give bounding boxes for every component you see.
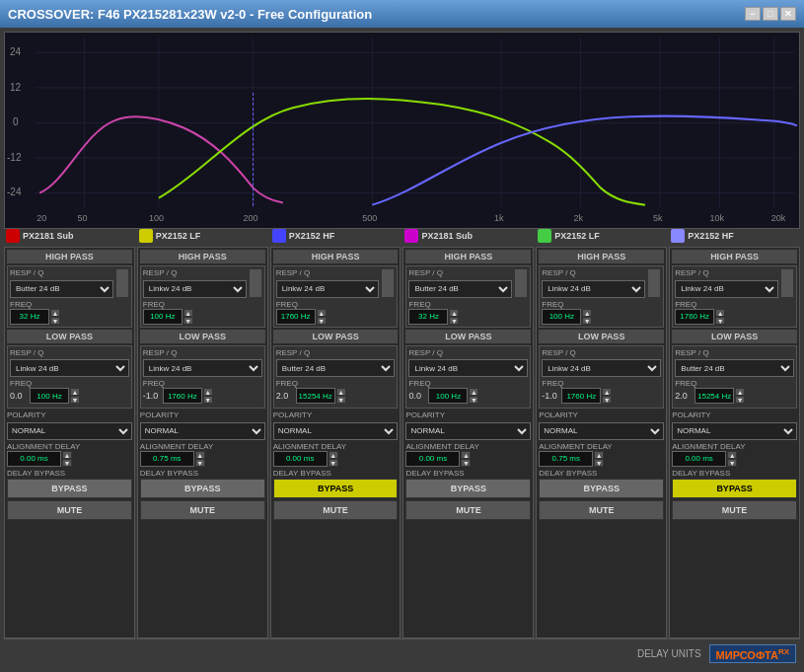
ch3-hp-freq-input[interactable] <box>276 309 316 325</box>
ch3-bypass-button[interactable]: BYPASS <box>273 479 399 498</box>
ch5-hp-freq-input[interactable] <box>542 309 581 325</box>
ch1-mute-button[interactable]: MUTE <box>7 500 132 520</box>
close-button[interactable]: ✕ <box>780 7 796 21</box>
ch4-mute-button[interactable]: MUTE <box>405 500 531 520</box>
ch1-polarity-select[interactable]: NORMAL <box>7 422 132 440</box>
ch3-lp-freq-up[interactable]: ▲ <box>336 388 346 396</box>
ch2-hp-slider[interactable] <box>249 268 262 298</box>
ch5-polarity-select[interactable]: NORMAL <box>539 422 664 440</box>
minimize-button[interactable]: − <box>745 7 761 21</box>
ch1-delay-row: ALIGNMENT DELAY ▲ ▼ <box>7 442 132 467</box>
ch5-hp-freq-down[interactable]: ▼ <box>582 317 592 325</box>
ch2-lp-freq-up[interactable]: ▲ <box>203 388 213 396</box>
ch5-lp-freq-down[interactable]: ▼ <box>602 396 612 404</box>
ch3-hp-freq-up[interactable]: ▲ <box>317 309 327 317</box>
ch4-hp-resp-select[interactable]: Butter 24 dB <box>408 280 512 298</box>
ch2-delay-down[interactable]: ▼ <box>195 459 205 467</box>
ch4-lp-section: RESP / Q Linkw 24 dB FREQ 0.0 ▲ <box>405 345 531 410</box>
ch3-hp-slider[interactable] <box>381 268 395 298</box>
ch3-delay-input[interactable] <box>273 451 328 467</box>
ch6-hp-freq-input[interactable] <box>675 309 714 325</box>
ch2-bypass-button[interactable]: BYPASS <box>140 479 265 498</box>
svg-text:12: 12 <box>10 82 22 93</box>
ch1-hp-slider[interactable] <box>115 268 129 298</box>
ch6-polarity-select[interactable]: NORMAL <box>672 422 797 440</box>
ch3-mute-button[interactable]: MUTE <box>273 500 399 520</box>
maximize-button[interactable]: □ <box>763 7 778 21</box>
ch6-hp-slider[interactable] <box>780 268 794 298</box>
ch2-delay-input[interactable] <box>140 451 194 467</box>
ch1-hp-freq-up[interactable]: ▲ <box>50 309 60 317</box>
ch1-hp-freq-input[interactable] <box>10 309 49 325</box>
ch4-hp-freq-input[interactable] <box>408 309 448 325</box>
ch6-hp-freq-up[interactable]: ▲ <box>715 309 725 317</box>
ch6-lp-resp-select[interactable]: Butter 24 dB <box>675 359 794 377</box>
ch5-delay-input[interactable] <box>539 451 593 467</box>
ch4-lp-freq-up[interactable]: ▲ <box>469 388 478 396</box>
ch6-hp-section: RESP / Q Linkw 24 dB FREQ ▲ <box>672 265 797 328</box>
ch1-lp-freq-input[interactable] <box>30 388 69 404</box>
ch1-delay-down[interactable]: ▼ <box>62 459 72 467</box>
ch4-delay-input[interactable] <box>405 451 460 467</box>
ch5-lp-freq-up[interactable]: ▲ <box>602 388 612 396</box>
ch2-hp-freq-down[interactable]: ▼ <box>183 317 193 325</box>
ch1-hp-resp-select[interactable]: Butter 24 dB <box>10 280 113 298</box>
ch2-delay-up[interactable]: ▲ <box>195 451 205 459</box>
ch6-lp-freq-up[interactable]: ▲ <box>735 388 745 396</box>
ch6-delay-down[interactable]: ▼ <box>727 459 737 467</box>
ch6-lp-freq-input[interactable] <box>694 388 734 404</box>
ch1-delay-input[interactable] <box>7 451 61 467</box>
ch5-delay-up[interactable]: ▲ <box>594 451 604 459</box>
ch5-lp-resp-select[interactable]: Linkw 24 dB <box>542 359 661 377</box>
ch6-gain-val: 2.0 <box>675 391 693 401</box>
ch2-lp-resp-select[interactable]: Linkw 24 dB <box>143 359 262 377</box>
ch2-hp-freq-up[interactable]: ▲ <box>183 309 193 317</box>
ch5-lp-freq-input[interactable] <box>561 388 601 404</box>
ch2-hp-freq-input[interactable] <box>143 309 183 325</box>
ch3-polarity-select[interactable]: NORMAL <box>273 422 399 440</box>
ch4-delay-down[interactable]: ▼ <box>461 459 471 467</box>
ch1-lp-freq-down[interactable]: ▼ <box>70 396 80 404</box>
ch5-mute-button[interactable]: MUTE <box>539 500 664 520</box>
ch6-lp-freq-down[interactable]: ▼ <box>735 396 745 404</box>
ch5-delay-down[interactable]: ▼ <box>594 459 604 467</box>
ch5-name: PX2152 LF <box>554 231 600 241</box>
ch3-lp-freq-input[interactable] <box>296 388 335 404</box>
ch6-bypass-button[interactable]: BYPASS <box>672 479 797 498</box>
ch4-lp-freq-down[interactable]: ▼ <box>469 396 478 404</box>
ch3-hp-resp-select[interactable]: Linkw 24 dB <box>276 280 380 298</box>
ch1-lp-freq-up[interactable]: ▲ <box>70 388 80 396</box>
ch2-polarity-select[interactable]: NORMAL <box>140 422 265 440</box>
ch4-bypass-button[interactable]: BYPASS <box>405 479 531 498</box>
ch2-mute-button[interactable]: MUTE <box>140 500 265 520</box>
ch4-delay-up[interactable]: ▲ <box>461 451 471 459</box>
ch6-hp-resp-select[interactable]: Linkw 24 dB <box>675 280 778 298</box>
ch2-lp-freq-down[interactable]: ▼ <box>203 396 213 404</box>
ch1-lp-resp-select[interactable]: Linkw 24 dB <box>10 359 129 377</box>
ch1-hp-freq-down[interactable]: ▼ <box>50 317 60 325</box>
ch2-lp-freq-input[interactable] <box>163 388 202 404</box>
ch5-bypass-button[interactable]: BYPASS <box>539 479 664 498</box>
ch5-hp-slider[interactable] <box>647 268 661 298</box>
ch3-lp-resp-select[interactable]: Butter 24 dB <box>276 359 396 377</box>
ch3-hp-freq-down[interactable]: ▼ <box>317 317 327 325</box>
ch6-delay-up[interactable]: ▲ <box>727 451 737 459</box>
ch3-delay-up[interactable]: ▲ <box>329 451 338 459</box>
ch4-lp-resp-select[interactable]: Linkw 24 dB <box>408 359 528 377</box>
ch6-delay-input[interactable] <box>672 451 726 467</box>
svg-rect-0 <box>5 33 799 228</box>
ch4-hp-slider[interactable] <box>514 268 528 298</box>
ch1-bypass-button[interactable]: BYPASS <box>7 479 132 498</box>
ch4-lp-freq-input[interactable] <box>428 388 468 404</box>
ch3-delay-down[interactable]: ▼ <box>329 459 338 467</box>
ch2-hp-resp-select[interactable]: Linkw 24 dB <box>143 280 247 298</box>
ch5-hp-freq-up[interactable]: ▲ <box>582 309 592 317</box>
ch4-hp-freq-up[interactable]: ▲ <box>449 309 459 317</box>
ch1-delay-up[interactable]: ▲ <box>62 451 72 459</box>
ch5-hp-resp-select[interactable]: Linkw 24 dB <box>542 280 645 298</box>
ch3-lp-freq-down[interactable]: ▼ <box>336 396 346 404</box>
ch4-hp-freq-down[interactable]: ▼ <box>449 317 459 325</box>
ch4-polarity-select[interactable]: NORMAL <box>405 422 531 440</box>
ch6-mute-button[interactable]: MUTE <box>672 500 797 520</box>
ch6-hp-freq-down[interactable]: ▼ <box>715 317 725 325</box>
